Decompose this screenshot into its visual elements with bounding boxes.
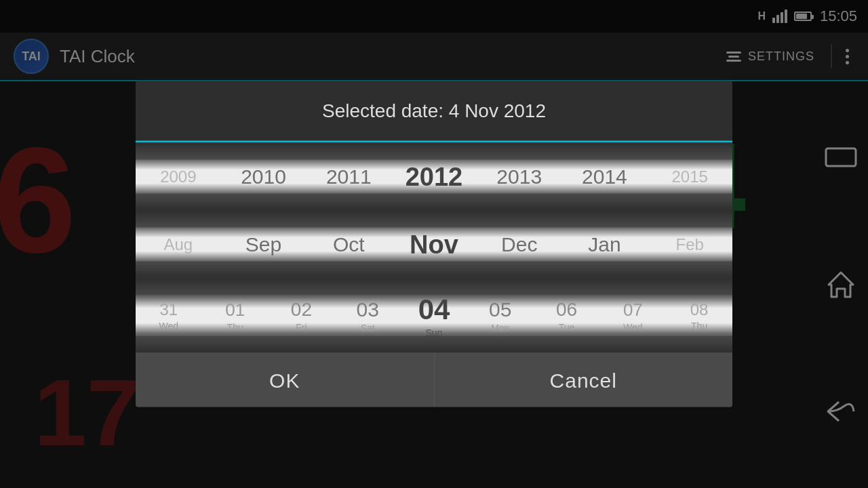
cancel-button[interactable]: Cancel	[435, 353, 733, 407]
day-picker-items: 31 Wed 01 Thu 02 Fri 03 Sat 04 Sun	[136, 288, 732, 344]
day-item-31[interactable]: 31 Wed	[136, 295, 202, 337]
month-picker[interactable]: Aug Sep Oct Nov Dec Jan Feb	[136, 211, 732, 279]
year-item-2012[interactable]: 2012	[391, 157, 477, 197]
month-item-feb[interactable]: Feb	[647, 230, 732, 260]
year-item-2013[interactable]: 2013	[477, 160, 562, 194]
month-item-nov[interactable]: Nov	[391, 224, 477, 264]
dialog-buttons: OK Cancel	[136, 353, 732, 407]
day-item-06[interactable]: 06 Tue	[534, 293, 600, 338]
day-item-05[interactable]: 05 Mon	[467, 293, 534, 339]
day-picker[interactable]: 31 Wed 01 Thu 02 Fri 03 Sat 04 Sun	[136, 279, 732, 353]
dialog-body: 2009 2010 2011 2012 2013 2014 2015 Aug S…	[136, 143, 732, 353]
month-item-dec[interactable]: Dec	[477, 228, 562, 262]
year-item-2010[interactable]: 2010	[221, 160, 307, 194]
year-item-2014[interactable]: 2014	[562, 160, 648, 194]
year-item-2015[interactable]: 2015	[647, 162, 732, 192]
day-item-04[interactable]: 04 Sun	[401, 288, 467, 344]
month-item-jan[interactable]: Jan	[562, 228, 648, 262]
month-item-aug[interactable]: Aug	[136, 230, 221, 260]
day-item-03[interactable]: 03 Sat	[334, 293, 401, 339]
month-item-oct[interactable]: Oct	[306, 228, 391, 262]
month-picker-items: Aug Sep Oct Nov Dec Jan Feb	[136, 224, 732, 264]
day-item-02[interactable]: 02 Fri	[269, 293, 335, 338]
month-item-sep[interactable]: Sep	[221, 228, 307, 262]
year-item-2011[interactable]: 2011	[306, 160, 391, 194]
ok-button[interactable]: OK	[136, 353, 435, 407]
dialog-title: Selected date: 4 Nov 2012	[322, 100, 546, 121]
year-item-2009[interactable]: 2009	[136, 162, 221, 192]
year-picker-items: 2009 2010 2011 2012 2013 2014 2015	[136, 157, 732, 197]
year-picker[interactable]: 2009 2010 2011 2012 2013 2014 2015	[136, 143, 732, 211]
dialog-header: Selected date: 4 Nov 2012	[136, 81, 732, 143]
date-picker-dialog: Selected date: 4 Nov 2012 2009 2010 2011…	[136, 81, 732, 407]
day-item-07[interactable]: 07 Wed	[599, 293, 666, 338]
day-item-01[interactable]: 01 Thu	[202, 293, 269, 338]
day-item-08[interactable]: 08 Thu	[666, 295, 732, 337]
